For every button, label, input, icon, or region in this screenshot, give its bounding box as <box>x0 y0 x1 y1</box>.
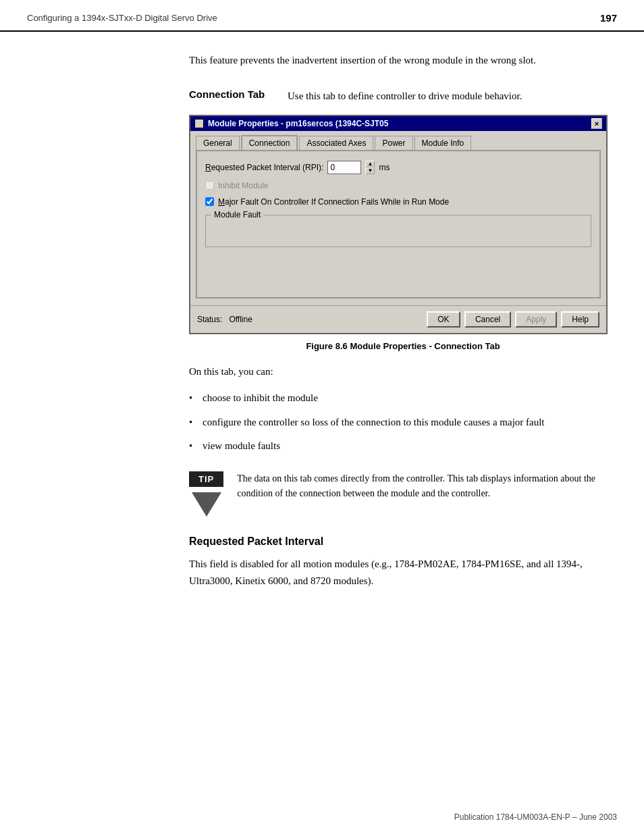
apply-button[interactable]: Apply <box>515 311 557 328</box>
footer-text: Publication 1784-UM003A-EN-P – June 2003 <box>454 812 617 822</box>
spin-up[interactable]: ▲ <box>365 161 375 167</box>
module-fault-group: Module Fault <box>205 215 591 247</box>
main-content: This feature prevents the inadvertent in… <box>0 32 644 620</box>
body-text: On this tab, you can: <box>189 363 617 381</box>
page-header: Configuring a 1394x-SJTxx-D Digital Serv… <box>0 0 644 32</box>
page-footer: Publication 1784-UM003A-EN-P – June 2003 <box>0 812 644 822</box>
dialog-icon <box>194 119 204 128</box>
dialog-footer: Status: Offline OK Cancel Apply Help <box>190 305 606 333</box>
rpi-spin: ▲ ▼ <box>365 161 375 174</box>
footer-buttons: OK Cancel Apply Help <box>427 311 599 328</box>
connection-tab-section: Connection Tab Use this tab to define co… <box>189 88 617 104</box>
tip-text: The data on this tab comes directly from… <box>237 471 617 502</box>
inhibit-checkbox[interactable] <box>205 181 214 190</box>
tab-general[interactable]: General <box>196 136 240 150</box>
tab-connection[interactable]: Connection <box>241 135 298 150</box>
figure-caption: Figure 8.6 Module Properties - Connectio… <box>189 341 617 351</box>
header-title: Configuring a 1394x-SJTxx-D Digital Serv… <box>27 13 217 23</box>
dialog-body: General Connection Associated Axes Power… <box>190 131 606 305</box>
page-number: 197 <box>600 12 617 24</box>
status-label: Status: Offline <box>197 315 252 324</box>
rpi-field-row: Requested Packet Interval (RPI): ▲ ▼ ms <box>205 161 591 174</box>
intro-text: This feature prevents the inadvertent in… <box>189 52 617 68</box>
major-fault-row: Major Fault On Controller If Connection … <box>205 197 591 207</box>
major-fault-checkbox[interactable] <box>205 197 214 206</box>
tip-label: TIP <box>189 471 223 487</box>
rpi-unit: ms <box>379 163 390 172</box>
dialog-titlebar: Module Properties - pm16sercos (1394C-SJ… <box>190 116 606 131</box>
connection-tab-desc: Use this tab to define controller to dri… <box>288 88 522 104</box>
tab-associated-axes[interactable]: Associated Axes <box>299 136 373 150</box>
bullet-item-2: configure the controller so loss of the … <box>189 414 617 432</box>
tab-power[interactable]: Power <box>375 136 412 150</box>
major-fault-label: Major Fault On Controller If Connection … <box>218 197 449 207</box>
help-button[interactable]: Help <box>561 311 599 328</box>
tip-box: TIP <box>189 471 223 517</box>
tab-content: Requested Packet Interval (RPI): ▲ ▼ ms … <box>196 150 601 298</box>
bullet-item-3: view module faults <box>189 438 617 455</box>
dialog: Module Properties - pm16sercos (1394C-SJ… <box>189 115 608 334</box>
rpi-label: Requested Packet Interval (RPI): <box>205 163 323 172</box>
ok-button[interactable]: OK <box>427 311 460 328</box>
bullet-list: choose to inhibit the module configure t… <box>189 390 617 455</box>
connection-tab-label: Connection Tab <box>189 88 277 100</box>
status-value: Offline <box>229 315 252 324</box>
spin-down[interactable]: ▼ <box>365 167 375 174</box>
dialog-close-button[interactable]: × <box>591 118 602 129</box>
tip-arrow-icon <box>192 492 221 517</box>
dialog-wrapper: Module Properties - pm16sercos (1394C-SJ… <box>189 115 617 334</box>
dialog-title: Module Properties - pm16sercos (1394C-SJ… <box>208 119 388 128</box>
rpi-section-text: This field is disabled for all motion mo… <box>189 556 617 590</box>
tab-module-info[interactable]: Module Info <box>414 136 472 150</box>
inhibit-label: Inhibit Module <box>218 181 269 190</box>
rpi-input[interactable] <box>327 161 361 174</box>
tip-section: TIP The data on this tab comes directly … <box>189 471 617 517</box>
bullet-item-1: choose to inhibit the module <box>189 390 617 407</box>
tab-bar: General Connection Associated Axes Power… <box>196 135 601 150</box>
module-fault-legend: Module Fault <box>211 210 263 219</box>
cancel-button[interactable]: Cancel <box>464 311 511 328</box>
inhibit-module-row: Inhibit Module <box>205 181 591 190</box>
rpi-section-heading: Requested Packet Interval <box>189 536 617 548</box>
